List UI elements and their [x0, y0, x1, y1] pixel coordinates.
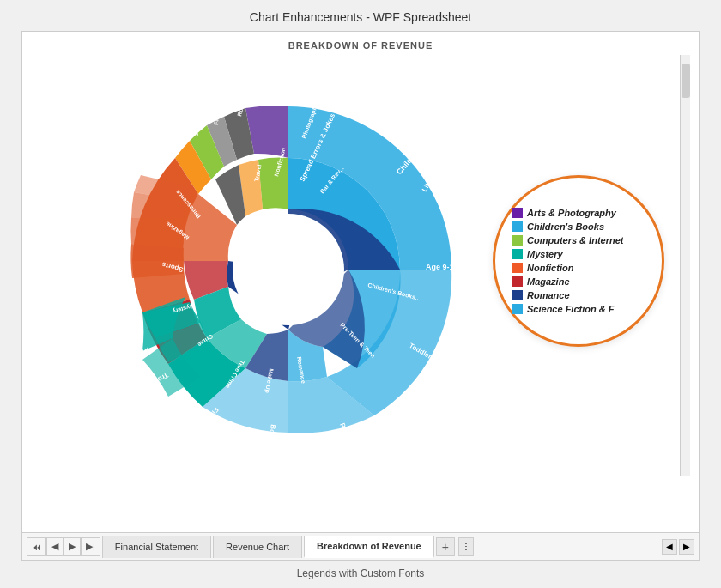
legend-item-magazine: Magazine	[512, 276, 649, 287]
svg-text:Mystery: Mystery	[100, 244, 127, 258]
legend-color-nonfiction	[512, 263, 523, 273]
svg-text:Spy: Spy	[121, 306, 135, 315]
chart-area: BREAKDOWN OF REVENUE	[22, 32, 699, 532]
nav-prev-button[interactable]: ◀	[46, 537, 64, 556]
legend-item-nonfiction: Nonfiction	[512, 263, 649, 273]
svg-point-0	[233, 214, 344, 325]
page-title: Chart Enhancements - WPF Spreadsheet	[0, 0, 721, 31]
legend-item-childrens: Children's Books	[512, 221, 649, 232]
svg-text:Age 9-12: Age 9-12	[426, 263, 458, 271]
svg-text:Other...: Other...	[191, 116, 199, 137]
chart-title: BREAKDOWN OF REVENUE	[31, 40, 690, 51]
svg-text:MMA: MMA	[121, 171, 135, 185]
scroll-left-arrow[interactable]: ◀	[662, 539, 677, 555]
svg-text:Crimi...: Crimi...	[162, 130, 173, 151]
svg-text:Sport's Illustrated: Sport's Illustrated	[114, 124, 146, 171]
tab-financial-statement[interactable]: Financial Statement	[102, 536, 211, 558]
tab-bar: ⏮ ◀ ▶ ▶| Financial Statement Revenue Cha…	[22, 532, 699, 560]
donut-chart: Lit Books Arts Toddlers for Sale Baby Bo…	[74, 55, 503, 467]
nav-last-button[interactable]: ▶|	[81, 537, 100, 556]
svg-text:Crime: Crime	[112, 275, 132, 284]
legend-item-romance: Romance	[512, 290, 649, 300]
legend-color-magazine	[512, 276, 523, 287]
scrollbar-thumb[interactable]	[682, 64, 690, 98]
legend-item-scifi: Science Fiction & F	[512, 304, 649, 314]
legend-color-romance	[512, 290, 523, 300]
legend-item-mystery: Mystery	[512, 249, 649, 259]
scroll-arrows: ◀ ▶	[662, 539, 694, 555]
spreadsheet-container: BREAKDOWN OF REVENUE	[21, 31, 700, 561]
legend-color-arts	[512, 208, 523, 218]
page-footer: Legends with Custom Fonts	[297, 561, 425, 588]
tab-add-button[interactable]: +	[436, 537, 455, 556]
svg-text:Arts: Arts	[466, 232, 482, 246]
chart-wrapper: Lit Books Arts Toddlers for Sale Baby Bo…	[31, 55, 690, 476]
svg-text:Park & Rec: Park & Rec	[338, 422, 358, 459]
scroll-right-arrow[interactable]: ▶	[679, 539, 694, 555]
tab-breakdown-revenue[interactable]: Breakdown of Revenue	[304, 536, 434, 558]
tab-menu-button[interactable]: ⋮	[458, 537, 474, 556]
svg-text:Baby Books: Baby Books	[415, 395, 447, 431]
legend-color-mystery	[512, 249, 523, 259]
nav-next-button[interactable]: ▶	[64, 537, 81, 556]
nav-first-button[interactable]: ⏮	[27, 537, 46, 556]
legend-container: Arts & Photography Children's Books Comp…	[493, 175, 664, 347]
svg-text:Women's: Women's	[99, 205, 129, 227]
legend-color-scifi	[512, 304, 523, 314]
legend-color-childrens	[512, 221, 523, 232]
scrollbar-right[interactable]	[680, 55, 690, 476]
svg-text:Toddlers for Sale: Toddlers for Sale	[455, 324, 503, 350]
svg-text:Men's: Men's	[113, 183, 130, 198]
legend-item-computers: Computers & Internet	[512, 235, 649, 246]
legend-item-arts: Arts & Photography	[512, 208, 649, 218]
tab-revenue-chart[interactable]: Revenue Chart	[213, 536, 302, 558]
svg-text:Lit Books: Lit Books	[421, 161, 443, 193]
legend-color-computers	[512, 235, 523, 246]
